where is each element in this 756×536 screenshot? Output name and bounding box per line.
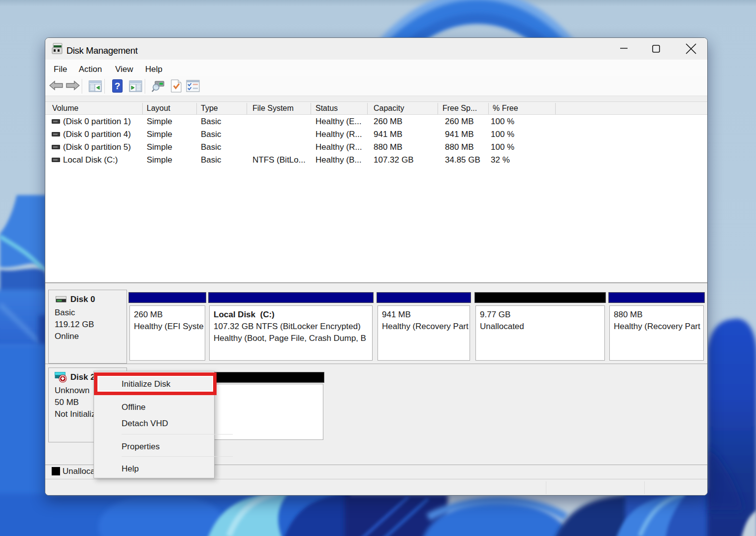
svg-text:?: ?: [115, 81, 121, 91]
